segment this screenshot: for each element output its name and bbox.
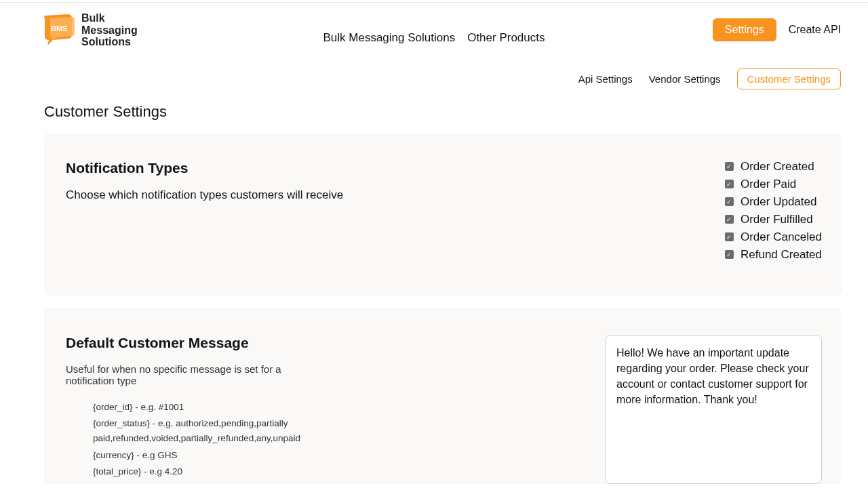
notif-panel-desc: Choose which notification types customer…	[66, 188, 725, 202]
check-label: Order Created	[741, 160, 814, 174]
check-label: Order Updated	[741, 195, 816, 209]
checkbox-icon[interactable]: ✓	[725, 162, 734, 171]
notif-panel-title: Notification Types	[66, 160, 725, 176]
notification-list: ✓ Order Created ✓ Order Paid ✓ Order Upd…	[725, 160, 822, 262]
settings-button[interactable]: Settings	[713, 18, 776, 41]
notification-types-panel: Notification Types Choose which notifica…	[44, 133, 842, 296]
check-label: Refund Created	[741, 248, 822, 262]
subnav-customer-settings[interactable]: Customer Settings	[737, 68, 841, 89]
check-row-refund-created[interactable]: ✓ Refund Created	[725, 248, 822, 262]
default-message-panel: Default Customer Message Useful for when…	[44, 308, 842, 484]
check-label: Order Fulfilled	[741, 213, 813, 226]
check-row-order-canceled[interactable]: ✓ Order Canceled	[725, 230, 822, 244]
create-api-link[interactable]: Create API	[789, 24, 841, 36]
nav-link-other[interactable]: Other Products	[467, 31, 545, 45]
check-row-order-fulfilled[interactable]: ✓ Order Fulfilled	[725, 213, 822, 226]
default-message-input[interactable]: Hello! We have an important update regar…	[605, 335, 822, 484]
subnav: Api Settings Vendor Settings Customer Se…	[0, 54, 868, 92]
check-label: Order Canceled	[741, 230, 822, 244]
logo-text: Bulk Messaging Solutions	[81, 12, 138, 48]
nav-center: Bulk Messaging Solutions Other Products	[323, 31, 545, 45]
check-label: Order Paid	[741, 178, 796, 191]
placeholder-currency: {currency} - e.g GHS	[93, 448, 310, 463]
topbar: BMS Bulk Messaging Solutions Bulk Messag…	[0, 3, 868, 54]
msg-panel-desc: Useful for when no specific message is s…	[66, 363, 283, 386]
checkbox-icon[interactable]: ✓	[725, 197, 734, 206]
msg-panel-title: Default Customer Message	[66, 335, 585, 351]
checkbox-icon[interactable]: ✓	[725, 250, 734, 259]
svg-text:BMS: BMS	[51, 24, 67, 33]
placeholder-total-price: {total_price} - e.g 4.20	[93, 464, 310, 479]
checkbox-icon[interactable]: ✓	[725, 180, 734, 188]
checkbox-icon[interactable]: ✓	[725, 215, 734, 224]
check-row-order-created[interactable]: ✓ Order Created	[725, 160, 822, 174]
subnav-api-settings[interactable]: Api Settings	[578, 73, 633, 85]
placeholder-order-status: {order_status} - e.g. authorized,pending…	[93, 416, 310, 447]
logo-icon: BMS	[41, 13, 76, 47]
check-row-order-updated[interactable]: ✓ Order Updated	[725, 195, 822, 209]
placeholders-list: {order_id} - e.g. #1001 {order_status} -…	[66, 400, 310, 479]
nav-right: Settings Create API	[713, 18, 841, 41]
check-row-order-paid[interactable]: ✓ Order Paid	[725, 178, 822, 191]
nav-link-bms[interactable]: Bulk Messaging Solutions	[323, 31, 456, 45]
placeholder-order-id: {order_id} - e.g. #1001	[93, 400, 310, 415]
page-title: Customer Settings	[0, 92, 868, 133]
brand-logo[interactable]: BMS Bulk Messaging Solutions	[41, 12, 138, 48]
checkbox-icon[interactable]: ✓	[725, 232, 734, 241]
subnav-vendor-settings[interactable]: Vendor Settings	[649, 73, 721, 85]
